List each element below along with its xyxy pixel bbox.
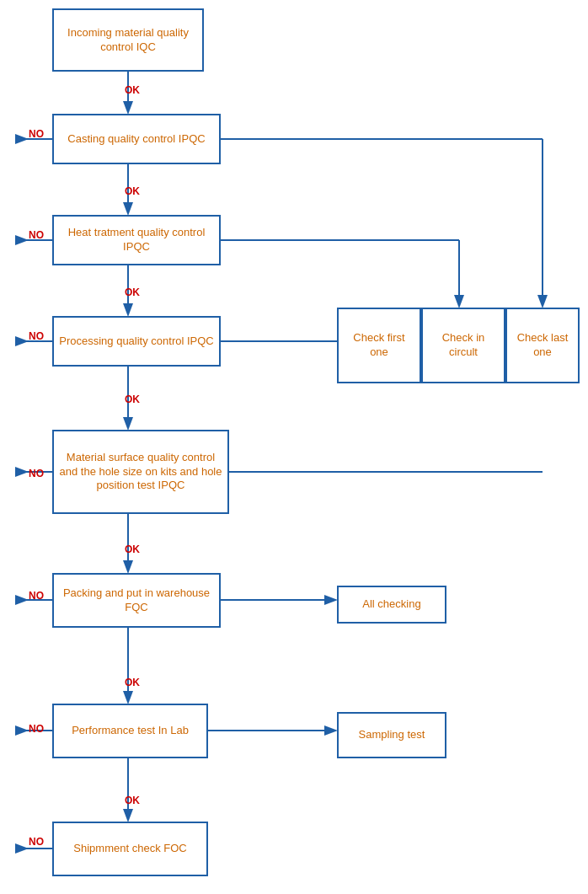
label-ok-3: OK bbox=[125, 286, 140, 298]
label-no-performance: NO bbox=[29, 723, 44, 735]
box-processing: Processing quality control IPQC bbox=[52, 316, 221, 367]
label-no-shipment: NO bbox=[29, 836, 44, 848]
label-no-processing: NO bbox=[29, 330, 44, 342]
label-ok-5: OK bbox=[125, 543, 140, 555]
label-no-material: NO bbox=[29, 468, 44, 479]
flowchart: Incoming material quality control IQC Ca… bbox=[0, 0, 588, 894]
label-ok-7: OK bbox=[125, 795, 140, 806]
label-ok-4: OK bbox=[125, 393, 140, 405]
box-casting: Casting quality control IPQC bbox=[52, 114, 221, 164]
box-check-last: Check last one bbox=[505, 308, 580, 383]
label-no-heat: NO bbox=[29, 229, 44, 241]
box-heat: Heat tratment quality control IPQC bbox=[52, 215, 221, 265]
label-ok-6: OK bbox=[125, 677, 140, 688]
box-sampling: Sampling test bbox=[337, 712, 446, 758]
box-performance: Performance test In Lab bbox=[52, 704, 208, 758]
box-material: Material surface quality control and the… bbox=[52, 430, 229, 514]
label-no-casting: NO bbox=[29, 128, 44, 140]
box-packing: Packing and put in warehouse FQC bbox=[52, 573, 221, 628]
box-check-circuit: Check in circult bbox=[421, 308, 505, 383]
box-check-first: Check first one bbox=[337, 308, 421, 383]
box-all-checking: All checking bbox=[337, 586, 446, 624]
box-iqc: Incoming material quality control IQC bbox=[52, 8, 204, 72]
box-shipment: Shipmment check FOC bbox=[52, 822, 208, 876]
label-no-packing: NO bbox=[29, 590, 44, 602]
label-ok-1: OK bbox=[125, 84, 140, 96]
label-ok-2: OK bbox=[125, 185, 140, 197]
